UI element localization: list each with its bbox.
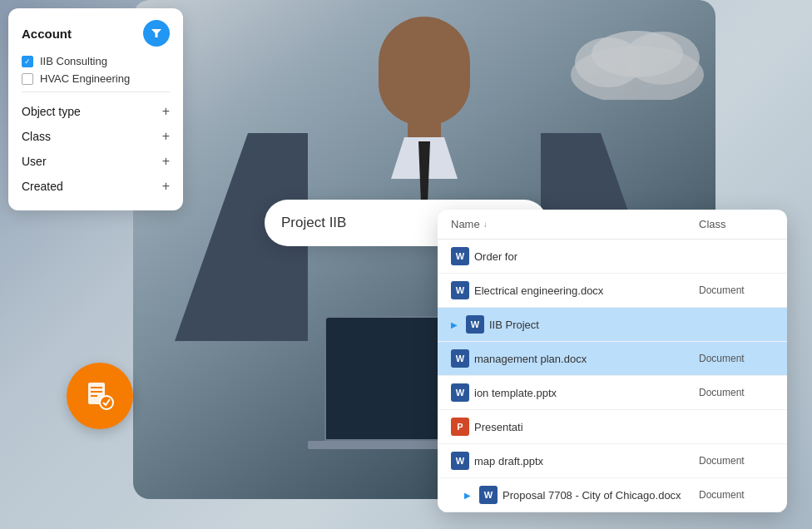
filter-object-type-label: Object type <box>22 105 81 118</box>
row-name-text: management plan.docx <box>474 353 587 365</box>
row-class: Document <box>699 387 774 398</box>
row-name-text: Proposal 7708 - City of Chicago.docx <box>503 489 681 502</box>
table-row[interactable]: W Order for <box>438 240 787 274</box>
col-name-label: Name <box>451 218 480 230</box>
row-name-text: map draft.pptx <box>474 455 543 467</box>
document-tool-icon <box>67 363 133 429</box>
table-row[interactable]: ▶ W IIB Project <box>438 308 787 342</box>
filter-created-label: Created <box>22 180 63 193</box>
sort-arrow[interactable]: ↓ <box>483 220 488 229</box>
word-icon: W <box>451 383 469 402</box>
ppt-icon: P <box>451 418 469 436</box>
table-row[interactable]: ▶ W Proposal 7708 - City of Chicago.docx… <box>438 478 787 512</box>
filter-user[interactable]: User + <box>22 149 170 174</box>
table-row[interactable]: W ion template.pptx Document <box>438 376 787 410</box>
row-name-text: Electrical engineering.docx <box>474 284 603 297</box>
table-row[interactable]: P Presentati <box>438 410 787 444</box>
filter-object-type-add[interactable]: + <box>162 104 170 119</box>
expand-icon[interactable]: ▶ <box>451 320 458 329</box>
filter-user-label: User <box>22 155 47 168</box>
filter-created[interactable]: Created + <box>22 174 170 199</box>
filter-panel: Account IIB Consulting HVAC Engineering … <box>8 8 183 210</box>
row-name-text: Order for <box>474 250 517 263</box>
col-class-label: Class <box>699 218 726 230</box>
filter-class-add[interactable]: + <box>162 129 170 144</box>
account-item-iib[interactable]: IIB Consulting <box>22 55 170 67</box>
table-row[interactable]: W Electrical engineering.docx Document <box>438 274 787 308</box>
checkbox-hvac[interactable] <box>22 73 33 85</box>
account-label: Account <box>22 27 72 41</box>
table-header: Name ↓ Class <box>438 210 787 240</box>
account-hvac-label: HVAC Engineering <box>40 72 130 85</box>
svg-point-3 <box>592 31 683 77</box>
word-icon: W <box>451 452 469 470</box>
filter-user-add[interactable]: + <box>162 154 170 169</box>
word-icon: W <box>466 315 484 334</box>
filter-object-type[interactable]: Object type + <box>22 99 170 124</box>
table-row[interactable]: W management plan.docx Document <box>438 342 787 376</box>
row-class: Document <box>699 284 774 296</box>
word-icon: W <box>479 486 498 504</box>
filter-class-label: Class <box>22 130 51 143</box>
results-panel: Name ↓ Class W Order for W Electrical en… <box>438 210 787 512</box>
checkbox-iib[interactable] <box>22 56 33 67</box>
word-icon: W <box>451 349 469 368</box>
account-item-hvac[interactable]: HVAC Engineering <box>22 72 170 85</box>
table-row[interactable]: W map draft.pptx Document <box>438 444 787 478</box>
filter-icon[interactable] <box>143 20 170 47</box>
row-class: Document <box>699 353 774 364</box>
expand-icon[interactable]: ▶ <box>464 491 471 500</box>
row-name-text: IIB Project <box>489 319 539 331</box>
account-iib-label: IIB Consulting <box>40 55 107 67</box>
row-name-text: ion template.pptx <box>474 387 557 399</box>
row-name-text: Presentati <box>474 421 523 433</box>
filter-created-add[interactable]: + <box>162 179 170 194</box>
word-icon: W <box>451 281 469 299</box>
word-icon: W <box>451 247 469 265</box>
cloud-decoration <box>562 17 712 103</box>
filter-class[interactable]: Class + <box>22 124 170 149</box>
row-class: Document <box>699 489 774 501</box>
row-class: Document <box>699 455 774 467</box>
svg-marker-4 <box>151 29 161 37</box>
